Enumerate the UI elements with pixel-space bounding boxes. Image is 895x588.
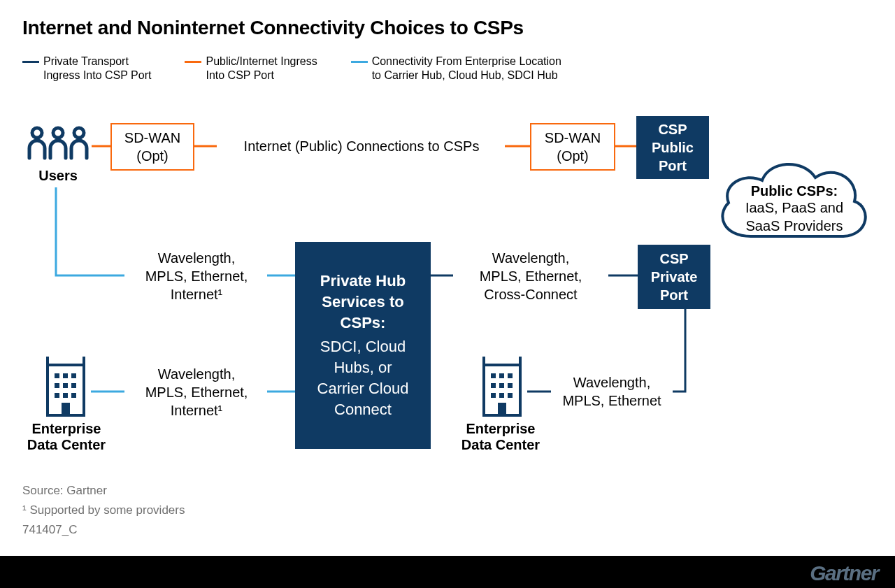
link-label-wl2: Wavelength, MPLS, Ethernet, Internet¹ bbox=[124, 365, 268, 420]
legend-swatch-navy bbox=[22, 61, 39, 63]
diagram-stage: Internet and Noninternet Connectivity Ch… bbox=[0, 0, 895, 588]
svg-rect-21 bbox=[71, 383, 76, 388]
svg-rect-19 bbox=[55, 383, 59, 388]
diagram-title: Internet and Noninternet Connectivity Ch… bbox=[22, 17, 524, 39]
building-icon bbox=[478, 355, 526, 421]
svg-point-11 bbox=[53, 128, 63, 138]
svg-rect-38 bbox=[498, 403, 506, 415]
svg-point-12 bbox=[74, 128, 84, 138]
svg-rect-30 bbox=[499, 373, 504, 378]
users-icon bbox=[24, 124, 92, 168]
sdwan-box-right: SD-WAN (Opt) bbox=[530, 123, 615, 171]
building-icon bbox=[42, 355, 90, 421]
svg-rect-16 bbox=[55, 373, 59, 378]
svg-rect-31 bbox=[508, 373, 513, 378]
edc-label-left: Enterprise Data Center bbox=[14, 421, 119, 453]
private-hub-body: SDCI, Cloud Hubs, or Carrier Cloud Conne… bbox=[317, 336, 409, 420]
svg-rect-18 bbox=[71, 373, 76, 378]
brand-logo: Gartner bbox=[810, 561, 878, 585]
svg-point-10 bbox=[32, 128, 42, 138]
svg-rect-17 bbox=[63, 373, 68, 378]
svg-rect-29 bbox=[491, 373, 496, 378]
csp-private-port-box: CSP Private Port bbox=[638, 245, 710, 309]
private-hub-title: Private Hub Services to CSPs: bbox=[320, 271, 406, 334]
figure-id: 741407_C bbox=[22, 523, 77, 537]
users-label: Users bbox=[28, 168, 88, 184]
svg-rect-36 bbox=[499, 393, 504, 398]
svg-rect-24 bbox=[71, 393, 76, 398]
edc-label-right: Enterprise Data Center bbox=[445, 421, 557, 453]
link-label-wl3: Wavelength, MPLS, Ethernet, Cross-Connec… bbox=[453, 249, 608, 303]
legend-item-public: Public/Internet Ingress Into CSP Port bbox=[185, 55, 317, 83]
cloud-title: Public CSPs: bbox=[731, 182, 857, 200]
svg-rect-22 bbox=[55, 393, 59, 398]
footer-bar bbox=[0, 556, 895, 588]
link-label-wl4: Wavelength, MPLS, Ethernet bbox=[551, 373, 673, 410]
legend-item-private: Private Transport Ingress Into CSP Port bbox=[22, 55, 151, 83]
svg-rect-25 bbox=[62, 403, 70, 415]
internet-public-label: Internet (Public) Connections to CSPs bbox=[218, 137, 505, 155]
legend-swatch-lightblue bbox=[351, 61, 368, 63]
svg-rect-33 bbox=[499, 383, 504, 388]
legend-swatch-orange bbox=[185, 61, 201, 63]
legend-label: Private Transport Ingress Into CSP Port bbox=[43, 55, 151, 83]
legend-label: Connectivity From Enterprise Location to… bbox=[372, 55, 561, 83]
svg-rect-32 bbox=[491, 383, 496, 388]
svg-rect-37 bbox=[508, 393, 513, 398]
footnote-1: ¹ Supported by some providers bbox=[22, 503, 185, 517]
cloud-body: IaaS, PaaS and SaaS Providers bbox=[727, 199, 861, 235]
legend-item-connectivity: Connectivity From Enterprise Location to… bbox=[351, 55, 561, 83]
svg-rect-23 bbox=[63, 393, 68, 398]
csp-public-port-box: CSP Public Port bbox=[636, 116, 709, 179]
svg-rect-20 bbox=[63, 383, 68, 388]
legend-label: Public/Internet Ingress Into CSP Port bbox=[206, 55, 317, 83]
legend: Private Transport Ingress Into CSP Port … bbox=[22, 55, 561, 83]
source-label: Source: Gartner bbox=[22, 484, 107, 498]
sdwan-box-left: SD-WAN (Opt) bbox=[110, 123, 194, 171]
svg-rect-35 bbox=[491, 393, 496, 398]
private-hub-box: Private Hub Services to CSPs: SDCI, Clou… bbox=[295, 242, 431, 449]
svg-rect-34 bbox=[508, 383, 513, 388]
link-label-wl1: Wavelength, MPLS, Ethernet, Internet¹ bbox=[124, 249, 268, 303]
